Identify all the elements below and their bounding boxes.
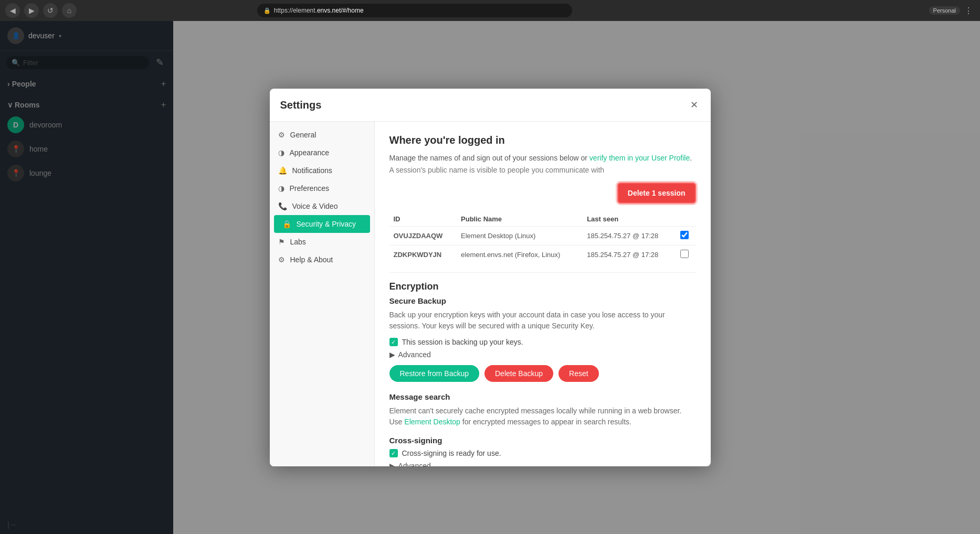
session-last-seen-2: 185.254.75.27 @ 17:28 — [583, 245, 676, 264]
advanced-toggle-1[interactable]: ▶ Advanced — [389, 350, 696, 359]
nav-label-security-privacy: Security & Privacy — [297, 220, 356, 228]
settings-body: ⚙ General ◑ Appearance 🔔 Notifications ◑… — [270, 122, 711, 466]
backup-btn-group: Restore from Backup Delete Backup Reset — [389, 365, 696, 382]
session-public-name-1: Element Desktop (Linux) — [457, 227, 583, 245]
voice-video-icon: 📞 — [278, 202, 287, 210]
nav-item-security-privacy[interactable]: 🔒 Security & Privacy — [274, 215, 370, 233]
encryption-title: Encryption — [389, 281, 696, 292]
advanced-label-2: Advanced — [398, 462, 431, 466]
restore-backup-button[interactable]: Restore from Backup — [389, 365, 480, 382]
verify-profile-link[interactable]: verify them in your User Profile — [589, 154, 690, 162]
th-last-seen: Last seen — [583, 212, 676, 227]
profile-pill[interactable]: Personal — [929, 6, 960, 15]
table-row: OVUJZDAAQW Element Desktop (Linux) 185.2… — [389, 227, 696, 245]
nav-label-appearance: Appearance — [290, 148, 330, 157]
nav-item-general[interactable]: ⚙ General — [270, 126, 374, 144]
th-select — [676, 212, 696, 227]
nav-label-preferences: Preferences — [290, 184, 329, 193]
th-public-name: Public Name — [457, 212, 583, 227]
settings-modal: Settings ✕ ⚙ General ◑ Appearance 🔔 Noti… — [270, 89, 711, 466]
nav-label-notifications: Notifications — [292, 166, 332, 175]
modal-close-button[interactable]: ✕ — [688, 97, 700, 113]
element-desktop-link[interactable]: Element Desktop — [404, 418, 460, 426]
settings-content: Where you're logged in Manage the names … — [375, 122, 711, 466]
cross-signing-checkbox-icon: ✓ — [389, 449, 398, 457]
table-row: ZDKPKWDYJN element.envs.net (Firefox, Li… — [389, 245, 696, 264]
nav-item-voice-video[interactable]: 📞 Voice & Video — [270, 197, 374, 215]
session-checkbox-1-cell[interactable] — [676, 227, 696, 245]
appearance-icon: ◑ — [278, 148, 284, 157]
modal-overlay[interactable]: Settings ✕ ⚙ General ◑ Appearance 🔔 Noti… — [0, 21, 980, 534]
sessions-table: ID Public Name Last seen OVUJZDAAQW Elem… — [389, 212, 696, 264]
session-id-2: ZDKPKWDYJN — [389, 245, 457, 264]
session-public-name-2: element.envs.net (Firefox, Linux) — [457, 245, 583, 264]
nav-label-general: General — [290, 131, 317, 139]
session-checkbox-1[interactable] — [680, 231, 689, 239]
divider-1 — [389, 272, 696, 273]
settings-nav: ⚙ General ◑ Appearance 🔔 Notifications ◑… — [270, 122, 375, 466]
delete-session-button[interactable]: Delete 1 session — [617, 183, 696, 204]
notifications-icon: 🔔 — [278, 166, 287, 175]
url-text: https://element.envs.net/#/home — [274, 7, 364, 14]
nav-label-voice-video: Voice & Video — [292, 202, 338, 210]
back-button[interactable]: ◀ — [5, 3, 20, 18]
nav-item-preferences[interactable]: ◑ Preferences — [270, 179, 374, 197]
session-checkbox-2-cell[interactable] — [676, 245, 696, 264]
help-icon: ⚙ — [278, 255, 285, 264]
session-backing-up-row: ✓ This session is backing up your keys. — [389, 338, 696, 346]
labs-icon: ⚑ — [278, 238, 285, 246]
logged-in-title: Where you're logged in — [389, 134, 696, 146]
delete-session-wrap: Delete 1 session — [389, 183, 696, 204]
secure-backup-title: Secure Backup — [389, 296, 696, 305]
session-last-seen-1: 185.254.75.27 @ 17:28 — [583, 227, 676, 245]
cross-signing-title: Cross-signing — [389, 436, 696, 445]
security-icon: 🔒 — [282, 220, 291, 228]
cross-signing-ready-text: Cross-signing is ready for use. — [402, 449, 501, 457]
settings-modal-header: Settings ✕ — [270, 89, 711, 122]
session-checkbox-2[interactable] — [680, 250, 689, 258]
nav-item-notifications[interactable]: 🔔 Notifications — [270, 162, 374, 179]
advanced-arrow-1: ▶ — [389, 350, 395, 359]
session-backing-up-text: This session is backing up your keys. — [402, 338, 523, 346]
reload-button[interactable]: ↺ — [43, 3, 58, 18]
secure-backup-desc: Back up your encryption keys with your a… — [389, 309, 696, 332]
reset-backup-button[interactable]: Reset — [559, 365, 599, 382]
general-icon: ⚙ — [278, 131, 285, 139]
nav-item-labs[interactable]: ⚑ Labs — [270, 233, 374, 251]
preferences-icon: ◑ — [278, 184, 284, 193]
forward-button[interactable]: ▶ — [24, 3, 39, 18]
home-button[interactable]: ⌂ — [62, 3, 77, 18]
logged-in-desc: Manage the names of and sign out of your… — [389, 153, 696, 164]
delete-backup-button[interactable]: Delete Backup — [484, 365, 553, 382]
th-id: ID — [389, 212, 457, 227]
cross-signing-ready-row: ✓ Cross-signing is ready for use. — [389, 449, 696, 457]
nav-item-help-about[interactable]: ⚙ Help & About — [270, 251, 374, 269]
session-id-1: OVUJZDAAQW — [389, 227, 457, 245]
browser-right-icons: Personal ⋮ — [929, 6, 975, 16]
settings-title: Settings — [280, 99, 322, 111]
advanced-arrow-2: ▶ — [389, 462, 395, 466]
message-search-desc: Element can't securely cache encrypted m… — [389, 405, 696, 428]
browser-chrome: ◀ ▶ ↺ ⌂ 🔒 https://element.envs.net/#/hom… — [0, 0, 980, 21]
nav-label-labs: Labs — [290, 238, 306, 246]
backing-up-checkbox-icon: ✓ — [389, 338, 398, 346]
message-search-title: Message search — [389, 392, 696, 401]
nav-item-appearance[interactable]: ◑ Appearance — [270, 144, 374, 162]
nav-label-help-about: Help & About — [290, 255, 333, 264]
advanced-label-1: Advanced — [398, 350, 431, 359]
session-public-name-note: A session's public name is visible to pe… — [389, 166, 696, 174]
url-bar[interactable]: 🔒 https://element.envs.net/#/home — [257, 4, 572, 17]
advanced-toggle-2[interactable]: ▶ Advanced — [389, 462, 696, 466]
profile-label: Personal — [933, 7, 956, 14]
